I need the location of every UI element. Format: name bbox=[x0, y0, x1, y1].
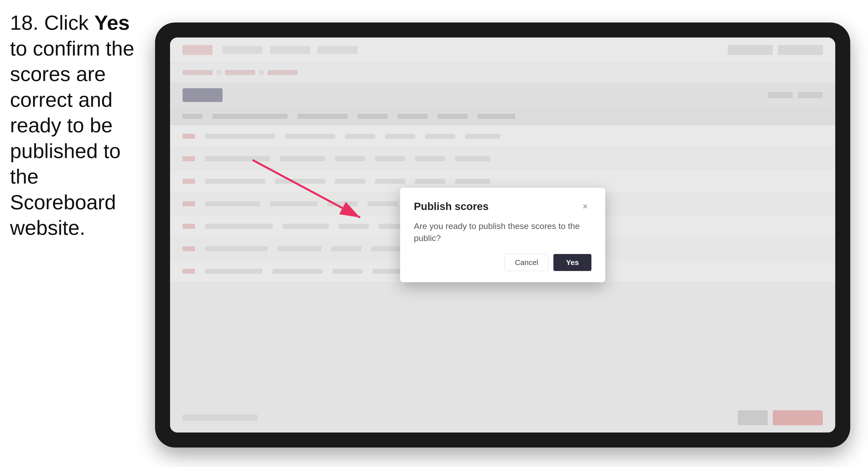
cancel-button[interactable]: Cancel bbox=[505, 254, 549, 271]
modal-message: Are you ready to publish these scores to… bbox=[414, 220, 591, 244]
tablet-screen: Publish scores × Are you ready to publis… bbox=[170, 37, 835, 433]
modal-footer: Cancel Yes bbox=[414, 254, 591, 271]
modal-close-button[interactable]: × bbox=[579, 200, 591, 213]
step-number: 18. bbox=[10, 11, 38, 34]
instruction-text: 18. Click Yes to confirm the scores are … bbox=[10, 10, 150, 241]
yes-button[interactable]: Yes bbox=[553, 254, 591, 271]
instruction-body: Click Yes to confirm the scores are corr… bbox=[10, 11, 134, 239]
modal-body: Are you ready to publish these scores to… bbox=[414, 220, 591, 244]
modal-dialog: Publish scores × Are you ready to publis… bbox=[400, 188, 605, 282]
modal-title: Publish scores bbox=[414, 200, 489, 213]
modal-header: Publish scores × bbox=[414, 200, 591, 213]
tablet-device: Publish scores × Are you ready to publis… bbox=[155, 23, 850, 447]
